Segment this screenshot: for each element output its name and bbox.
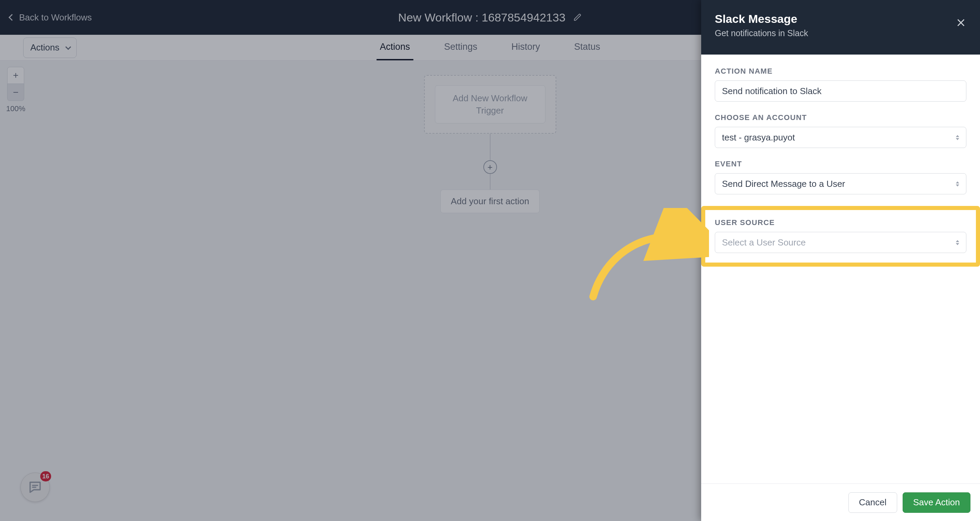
account-label: Choose an Account xyxy=(715,113,966,122)
account-select-value: test - grasya.puyot xyxy=(722,132,795,143)
panel-header: Slack Message Get notifications in Slack xyxy=(701,0,980,54)
panel-body: Action Name Choose an Account test - gra… xyxy=(701,54,980,483)
save-action-button[interactable]: Save Action xyxy=(903,492,970,513)
select-chevron-icon xyxy=(956,135,959,140)
user-source-label: User Source xyxy=(715,218,966,227)
select-chevron-icon xyxy=(956,240,959,245)
field-action-name: Action Name xyxy=(715,67,966,102)
user-source-select[interactable]: Select a User Source xyxy=(715,232,966,253)
action-side-panel: Slack Message Get notifications in Slack… xyxy=(701,0,980,521)
panel-subtitle: Get notifications in Slack xyxy=(715,28,966,38)
field-event: Event Send Direct Message to a User xyxy=(715,159,966,194)
action-name-label: Action Name xyxy=(715,67,966,76)
user-source-highlight: User Source Select a User Source xyxy=(701,206,980,267)
event-select-value: Send Direct Message to a User xyxy=(722,178,845,189)
field-account: Choose an Account test - grasya.puyot xyxy=(715,113,966,148)
account-select[interactable]: test - grasya.puyot xyxy=(715,127,966,148)
select-chevron-icon xyxy=(956,182,959,186)
panel-footer: Cancel Save Action xyxy=(701,483,980,521)
event-label: Event xyxy=(715,159,966,169)
cancel-button[interactable]: Cancel xyxy=(848,492,897,513)
user-source-placeholder: Select a User Source xyxy=(722,237,806,248)
close-panel-button[interactable] xyxy=(955,17,966,28)
action-name-input[interactable] xyxy=(715,80,966,102)
cancel-button-label: Cancel xyxy=(859,497,886,508)
event-select[interactable]: Send Direct Message to a User xyxy=(715,173,966,194)
panel-title: Slack Message xyxy=(715,12,966,25)
save-action-label: Save Action xyxy=(913,497,960,508)
